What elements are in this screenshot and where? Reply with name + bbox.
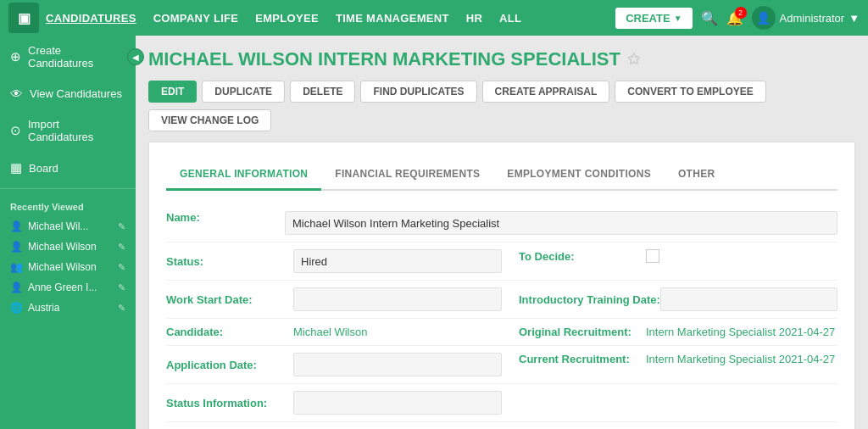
- tabs: GENERAL INFORMATION FINANCIAL REQUIREMEN…: [166, 159, 837, 191]
- nav-employee[interactable]: EMPLOYEE: [255, 12, 319, 25]
- form-col-appdate-left: Application Date:: [166, 353, 502, 376]
- recent-label-1: Michael Wilson: [28, 241, 97, 253]
- form-col-status-left: Status:: [166, 249, 502, 273]
- notification-badge: 2: [735, 7, 747, 19]
- recent-icon-3: 👤: [10, 281, 23, 293]
- form-col-workstart-right: Introductory Training Date:: [502, 287, 837, 311]
- create-button[interactable]: CREATE ▼: [615, 8, 692, 29]
- recent-label-2: Michael Wilson: [28, 261, 97, 273]
- recently-viewed-label: Recently Viewed: [0, 193, 136, 216]
- sidebar-item-import-candidatures[interactable]: ⊙ Import Candidatures: [0, 109, 136, 152]
- nav-candidatures[interactable]: CANDIDATURES: [46, 12, 136, 25]
- edit-button[interactable]: EDIT: [148, 81, 197, 103]
- form-row-status: Status: To Decide:: [166, 242, 837, 281]
- sidebar-item-view-candidatures[interactable]: 👁 View Candidatures: [0, 78, 136, 109]
- eye-icon: 👁: [10, 86, 23, 101]
- form-col-appdate-right: Current Recruitment: Intern Marketing Sp…: [502, 353, 837, 365]
- recent-item-0[interactable]: 👤 Michael Wil... ✎: [0, 216, 136, 237]
- recent-edit-2[interactable]: ✎: [118, 262, 125, 273]
- nav-time-management[interactable]: TIME MANAGEMENT: [336, 12, 449, 25]
- recent-item-4[interactable]: 🌐 Austria ✎: [0, 298, 136, 318]
- recent-item-left-0: 👤 Michael Wil...: [10, 220, 88, 232]
- form-row-entry-interview: Entry Interview:: [166, 422, 837, 429]
- current-recruitment-label: Current Recruitment:: [519, 353, 646, 365]
- form-col-status-right: To Decide:: [502, 249, 837, 263]
- nav-company-life[interactable]: COMPANY LIFE: [153, 12, 239, 25]
- nav-right: CREATE ▼ 🔍 🔔 2 👤 Administrator ▼: [615, 6, 860, 30]
- tab-financial-requirements[interactable]: FINANCIAL REQUIREMENTS: [321, 159, 493, 191]
- recent-icon-0: 👤: [10, 220, 23, 232]
- app-date-input[interactable]: [293, 353, 502, 376]
- import-icon: ⊙: [10, 123, 21, 138]
- status-input[interactable]: [293, 249, 502, 273]
- intro-training-label: Introductory Training Date:: [519, 293, 660, 306]
- form-row-status-info: Status Information:: [166, 384, 837, 422]
- admin-menu[interactable]: 👤 Administrator ▼: [752, 6, 860, 30]
- form-row-candidate: Candidate: Michael Wilson Original Recru…: [166, 319, 837, 346]
- page-title-text: MICHAEL WILSON INTERN MARKETING SPECIALI…: [148, 48, 620, 70]
- recent-item-2[interactable]: 👥 Michael Wilson ✎: [0, 257, 136, 277]
- logo-icon: ▣: [18, 10, 31, 26]
- recent-edit-1[interactable]: ✎: [118, 242, 125, 253]
- sidebar-label-board: Board: [29, 162, 58, 175]
- find-duplicates-button[interactable]: FIND DUPLICATES: [360, 81, 476, 103]
- work-start-date-input[interactable]: [293, 287, 502, 311]
- action-buttons-row2: VIEW CHANGE LOG: [148, 109, 855, 131]
- favorite-star-icon[interactable]: ✩: [627, 50, 640, 69]
- sidebar-label-create: Create Candidatures: [28, 44, 125, 70]
- form-row-workstart: Work Start Date: Introductory Training D…: [166, 281, 837, 319]
- page-title: MICHAEL WILSON INTERN MARKETING SPECIALI…: [148, 48, 855, 70]
- recent-item-1[interactable]: 👤 Michael Wilson ✎: [0, 237, 136, 257]
- name-label: Name:: [166, 211, 293, 224]
- sidebar: ⊕ Create Candidatures ◀ 👁 View Candidatu…: [0, 36, 136, 429]
- tab-general-information[interactable]: GENERAL INFORMATION: [166, 159, 321, 191]
- plus-icon: ⊕: [10, 49, 21, 64]
- recent-item-left-3: 👤 Anne Green I...: [10, 281, 97, 293]
- form-col-name: Name:: [166, 211, 285, 224]
- action-buttons-row1: EDIT DUPLICATE DELETE FIND DUPLICATES CR…: [148, 81, 855, 103]
- board-icon: ▦: [10, 160, 22, 176]
- sidebar-item-board[interactable]: ▦ Board: [0, 152, 136, 184]
- recent-edit-0[interactable]: ✎: [118, 221, 125, 232]
- work-start-date-label: Work Start Date:: [166, 293, 293, 306]
- form-col-status-info-left: Status Information:: [166, 391, 502, 415]
- sidebar-divider: [0, 188, 136, 189]
- recent-label-4: Austria: [28, 302, 59, 314]
- sidebar-item-create-candidatures[interactable]: ⊕ Create Candidatures ◀: [0, 36, 136, 78]
- nav-all[interactable]: ALL: [499, 12, 521, 25]
- recent-label-3: Anne Green I...: [28, 281, 97, 293]
- recent-label-0: Michael Wil...: [28, 220, 88, 232]
- recent-item-3[interactable]: 👤 Anne Green I... ✎: [0, 277, 136, 298]
- name-input[interactable]: [285, 211, 837, 235]
- app-date-label: Application Date:: [166, 359, 293, 371]
- tab-other[interactable]: OTHER: [665, 159, 729, 191]
- view-change-log-button[interactable]: VIEW CHANGE LOG: [148, 109, 271, 131]
- sidebar-label-view: View Candidatures: [30, 87, 122, 100]
- nav-hr[interactable]: HR: [466, 12, 482, 25]
- convert-to-employee-button[interactable]: CONVERT TO EMPLOYEE: [615, 81, 765, 103]
- sidebar-collapse[interactable]: ◀: [127, 48, 144, 65]
- duplicate-button[interactable]: DUPLICATE: [202, 81, 285, 103]
- admin-avatar: 👤: [752, 6, 776, 30]
- create-appraisal-button[interactable]: CREATE APPRAISAL: [482, 81, 610, 103]
- intro-training-input[interactable]: [660, 287, 837, 311]
- status-info-input[interactable]: [293, 391, 502, 415]
- status-info-label: Status Information:: [166, 397, 293, 410]
- create-dropdown-arrow: ▼: [674, 14, 682, 23]
- recent-item-left-1: 👤 Michael Wilson: [10, 241, 97, 253]
- main-content: MICHAEL WILSON INTERN MARKETING SPECIALI…: [136, 36, 868, 429]
- to-decide-label: To Decide:: [519, 250, 646, 263]
- delete-button[interactable]: DELETE: [290, 81, 355, 103]
- form-col-candidate-left: Candidate: Michael Wilson: [166, 326, 502, 338]
- search-button[interactable]: 🔍: [701, 10, 718, 26]
- admin-label: Administrator: [780, 12, 845, 25]
- app-logo: ▣: [8, 3, 39, 33]
- to-decide-checkbox[interactable]: [646, 249, 659, 263]
- recent-edit-4[interactable]: ✎: [118, 303, 125, 314]
- recent-item-left-4: 🌐 Austria: [10, 302, 59, 314]
- tab-employment-conditions[interactable]: EMPLOYMENT CONDITIONS: [493, 159, 665, 191]
- recent-edit-3[interactable]: ✎: [118, 282, 125, 293]
- recent-item-left-2: 👥 Michael Wilson: [10, 261, 97, 273]
- nav-items: CANDIDATURES COMPANY LIFE EMPLOYEE TIME …: [46, 12, 615, 25]
- recent-icon-4: 🌐: [10, 302, 23, 314]
